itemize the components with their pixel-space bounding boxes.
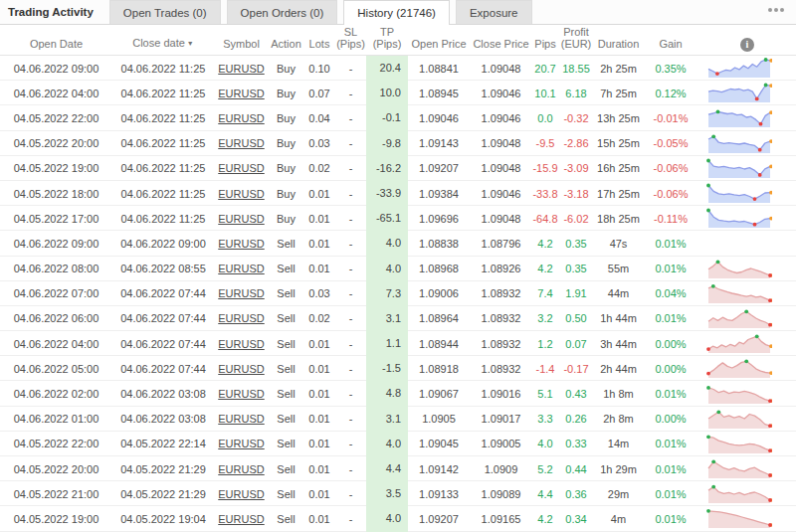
- duration-cell: 2h 8m: [594, 413, 643, 425]
- symbol-link[interactable]: EURUSD: [214, 488, 269, 500]
- symbol-link[interactable]: EURUSD: [214, 388, 269, 400]
- duration-cell: 15h 25m: [594, 137, 643, 149]
- tab-open-orders-0[interactable]: Open Orders (0): [227, 0, 338, 24]
- close-date-cell: 04.06.2022 11:25: [112, 112, 214, 124]
- symbol-link[interactable]: EURUSD: [214, 438, 269, 449]
- table-row: 04.05.2022 18:0004.06.2022 11:25EURUSDBu…: [0, 181, 796, 206]
- table-row: 04.05.2022 20:0004.05.2022 21:29EURUSDSe…: [0, 456, 796, 481]
- tab-exposure[interactable]: Exposure: [456, 0, 532, 24]
- table-row: 04.05.2022 21:0004.05.2022 21:29EURUSDSe…: [0, 481, 796, 506]
- symbol-link[interactable]: EURUSD: [214, 263, 269, 274]
- duration-cell: 17h 25m: [594, 188, 643, 200]
- action-cell: Sell: [269, 263, 303, 274]
- duration-cell: 7h 25m: [594, 88, 643, 99]
- tab-list: Open Trades (0)Open Orders (0)History (2…: [109, 0, 538, 24]
- open-price-cell: 1.09142: [408, 463, 470, 475]
- close-price-cell: 1.09017: [470, 413, 532, 425]
- tp-pips-cell: 20.4: [366, 56, 408, 81]
- sl-pips-cell: -: [335, 513, 366, 525]
- open-date-cell: 04.06.2022 01:00: [0, 413, 112, 425]
- sl-pips-cell: -: [335, 63, 366, 75]
- tp-pips-cell: 1.1: [366, 331, 408, 356]
- pips-cell: 4.2: [532, 238, 558, 250]
- trade-sparkline-chart: [698, 384, 796, 405]
- profit-cell: 0.26: [558, 413, 594, 425]
- close-date-cell: 04.06.2022 07:44: [112, 312, 214, 324]
- gain-cell: 0.01%: [643, 238, 698, 250]
- gain-cell: 0.01%: [643, 388, 698, 400]
- tp-pips-cell: 4.0: [366, 231, 408, 256]
- symbol-link[interactable]: EURUSD: [214, 162, 269, 174]
- trade-sparkline-chart: [698, 508, 796, 529]
- close-price-cell: 1.0909: [470, 463, 532, 475]
- tab-open-trades-0[interactable]: Open Trades (0): [109, 0, 221, 24]
- duration-cell: 14m: [594, 438, 643, 449]
- sort-desc-icon: ▼: [187, 40, 194, 47]
- sl-pips-cell: -: [335, 388, 366, 400]
- symbol-link[interactable]: EURUSD: [214, 238, 269, 250]
- symbol-link[interactable]: EURUSD: [214, 363, 269, 375]
- lots-cell: 0.03: [303, 287, 335, 299]
- trade-sparkline-chart: [698, 58, 796, 79]
- info-icon[interactable]: i: [740, 38, 754, 52]
- duration-cell: 47s: [594, 238, 643, 250]
- close-price-cell: 1.09005: [470, 438, 532, 449]
- symbol-link[interactable]: EURUSD: [214, 112, 269, 124]
- symbol-link[interactable]: EURUSD: [214, 338, 269, 350]
- duration-cell: 55m: [594, 263, 643, 274]
- symbol-link[interactable]: EURUSD: [214, 213, 269, 225]
- action-cell: Sell: [269, 238, 303, 250]
- tp-pips-cell: 4.8: [366, 381, 408, 406]
- column-header-symbol: Symbol: [214, 38, 269, 55]
- gain-cell: -0.11%: [643, 213, 698, 225]
- profit-cell: -3.09: [558, 162, 594, 174]
- profit-cell: 0.35: [558, 263, 594, 274]
- symbol-link[interactable]: EURUSD: [214, 513, 269, 525]
- table-row: 04.05.2022 20:0004.06.2022 11:25EURUSDBu…: [0, 131, 796, 156]
- column-header-tp-pips: TP(Pips): [366, 26, 408, 55]
- profit-cell: 0.07: [558, 338, 594, 350]
- symbol-link[interactable]: EURUSD: [214, 188, 269, 200]
- pips-cell: 10.1: [532, 88, 558, 99]
- open-date-cell: 04.06.2022 07:00: [0, 287, 112, 299]
- trade-sparkline-chart: [698, 409, 796, 430]
- gain-cell: 0.00%: [643, 338, 698, 350]
- sl-pips-cell: -: [335, 338, 366, 350]
- pips-cell: 4.2: [532, 263, 558, 274]
- profit-cell: -6.02: [558, 213, 594, 225]
- column-header-opendate: Open Date: [0, 38, 112, 55]
- close-date-cell: 04.06.2022 09:00: [112, 238, 214, 250]
- symbol-link[interactable]: EURUSD: [214, 312, 269, 324]
- symbol-link[interactable]: EURUSD: [214, 63, 269, 75]
- open-date-cell: 04.05.2022 20:00: [0, 137, 112, 149]
- symbol-link[interactable]: EURUSD: [214, 413, 269, 425]
- close-price-cell: 1.09046: [470, 188, 532, 200]
- tp-pips-cell: -1.5: [366, 356, 408, 381]
- open-date-cell: 04.05.2022 22:00: [0, 112, 112, 124]
- symbol-link[interactable]: EURUSD: [214, 463, 269, 475]
- gain-cell: 0.00%: [643, 363, 698, 375]
- lots-cell: 0.01: [303, 513, 335, 525]
- action-cell: Sell: [269, 413, 303, 425]
- symbol-link[interactable]: EURUSD: [214, 287, 269, 299]
- ellipsis-menu-icon[interactable]: [766, 6, 786, 14]
- close-date-cell: 04.06.2022 11:25: [112, 162, 214, 174]
- lots-cell: 0.02: [303, 162, 335, 174]
- close-date-cell: 04.06.2022 03:08: [112, 413, 214, 425]
- column-header-closeprice: Close Price: [470, 38, 532, 55]
- column-header-closedate[interactable]: Close date▼: [112, 37, 214, 55]
- profit-cell: 18.55: [558, 63, 594, 75]
- open-price-cell: 1.08968: [408, 263, 470, 274]
- open-date-cell: 04.06.2022 08:00: [0, 263, 112, 274]
- symbol-link[interactable]: EURUSD: [214, 88, 269, 99]
- gain-cell: 0.01%: [643, 488, 698, 500]
- table-row: 04.06.2022 01:0004.06.2022 03:08EURUSDSe…: [0, 407, 796, 432]
- lots-cell: 0.01: [303, 438, 335, 449]
- tab-history-21746[interactable]: History (21746): [343, 0, 450, 25]
- open-price-cell: 1.09696: [408, 213, 470, 225]
- symbol-link[interactable]: EURUSD: [214, 137, 269, 149]
- table-row: 04.06.2022 09:0004.06.2022 09:00EURUSDSe…: [0, 231, 796, 256]
- table-row: 04.06.2022 04:0004.06.2022 07:44EURUSDSe…: [0, 331, 796, 356]
- trade-sparkline-chart: [698, 283, 796, 304]
- open-date-cell: 04.05.2022 22:00: [0, 438, 112, 449]
